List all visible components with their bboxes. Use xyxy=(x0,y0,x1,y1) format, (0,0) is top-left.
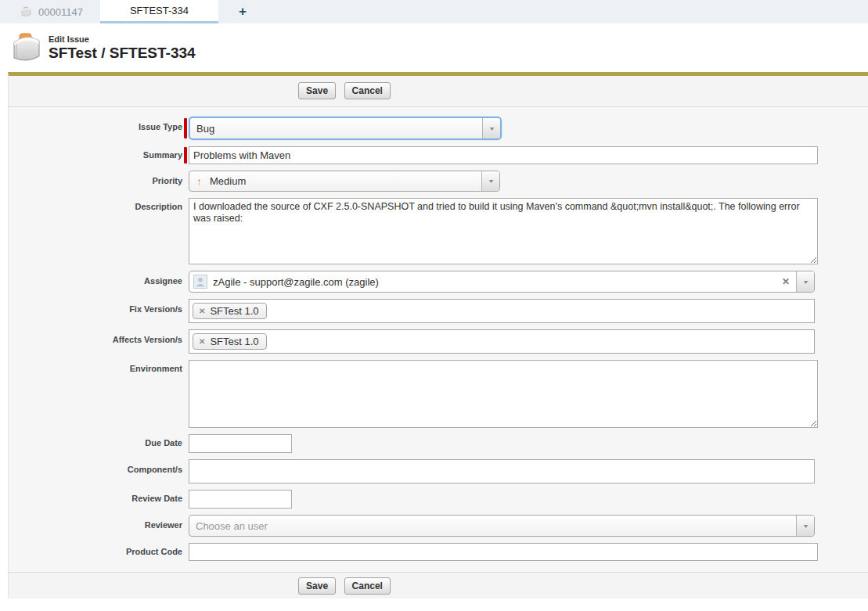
fix-versions-label: Fix Version/s xyxy=(9,299,182,314)
affects-versions-field[interactable]: ✕ SFTest 1.0 xyxy=(189,329,815,354)
issue-icon xyxy=(10,32,43,63)
bottom-button-bar: Save Cancel xyxy=(9,572,868,598)
plus-icon: + xyxy=(239,4,247,20)
reviewer-label: Reviewer xyxy=(9,515,182,530)
save-button-bottom[interactable]: Save xyxy=(298,577,336,595)
reviewer-select[interactable]: Choose an user ▼ xyxy=(189,515,815,537)
edit-issue-form: Issue Type Bug ▼ Summary Priority ↑ Medi… xyxy=(9,107,868,572)
review-date-label: Review Date xyxy=(9,490,182,503)
tab-record-00001147[interactable]: 00001147 xyxy=(0,0,100,23)
description-label: Description xyxy=(9,198,182,211)
field-row-priority: Priority ↑ Medium ▼ xyxy=(9,171,868,192)
reviewer-placeholder: Choose an user xyxy=(189,520,796,532)
issue-type-dropdown-button[interactable]: ▼ xyxy=(482,118,500,138)
affects-versions-label: Affects Version/s xyxy=(9,329,182,344)
chevron-down-icon: ▼ xyxy=(488,126,495,131)
affects-version-chip: ✕ SFTest 1.0 xyxy=(193,333,267,350)
clear-assignee-icon[interactable]: ✕ xyxy=(782,276,790,287)
product-code-input[interactable] xyxy=(189,543,818,561)
remove-chip-icon[interactable]: ✕ xyxy=(199,307,205,315)
case-icon xyxy=(20,6,32,17)
required-indicator xyxy=(184,118,187,138)
cancel-button[interactable]: Cancel xyxy=(344,82,391,99)
edit-issue-panel: Save Cancel Issue Type Bug ▼ Summary Pri… xyxy=(8,72,868,598)
remove-chip-icon[interactable]: ✕ xyxy=(199,337,205,346)
priority-select[interactable]: ↑ Medium ▼ xyxy=(189,171,500,192)
description-textarea[interactable]: I downloaded the source of CXF 2.5.0-SNA… xyxy=(189,198,818,264)
chip-label: SFTest 1.0 xyxy=(210,305,258,317)
priority-up-icon: ↑ xyxy=(189,175,202,188)
components-label: Component/s xyxy=(9,459,182,474)
required-indicator xyxy=(184,147,187,164)
priority-value: Medium xyxy=(210,175,481,187)
issue-type-label: Issue Type xyxy=(9,117,182,131)
field-row-components: Component/s xyxy=(9,459,868,483)
field-row-reviewer: Reviewer Choose an user ▼ xyxy=(9,515,868,537)
field-row-affects-versions: Affects Version/s ✕ SFTest 1.0 xyxy=(9,329,868,354)
add-tab-button[interactable]: + xyxy=(218,0,267,23)
environment-textarea[interactable] xyxy=(189,360,818,428)
product-code-label: Product Code xyxy=(9,543,182,556)
field-row-review-date: Review Date xyxy=(9,490,868,509)
issue-type-value: Bug xyxy=(190,123,482,135)
chevron-down-icon: ▼ xyxy=(487,178,494,184)
field-row-issue-type: Issue Type Bug ▼ xyxy=(9,117,868,140)
chevron-down-icon: ▼ xyxy=(801,279,809,285)
chevron-down-icon: ▼ xyxy=(801,523,809,529)
fix-version-chip: ✕ SFTest 1.0 xyxy=(193,303,267,319)
assignee-dropdown-button[interactable]: ▼ xyxy=(796,271,814,292)
field-row-assignee: Assignee zAgile - support@zagile.com (za… xyxy=(9,271,868,293)
review-date-input[interactable] xyxy=(189,490,292,509)
reviewer-dropdown-button[interactable]: ▼ xyxy=(796,516,814,536)
chip-label: SFTest 1.0 xyxy=(210,336,258,347)
cancel-button-bottom[interactable]: Cancel xyxy=(344,577,391,595)
components-input[interactable] xyxy=(189,459,815,483)
priority-dropdown-button[interactable]: ▼ xyxy=(481,171,499,191)
eyebrow-edit-issue: Edit Issue xyxy=(49,34,196,45)
tab-label: 00001147 xyxy=(38,6,83,18)
summary-label: Summary xyxy=(9,146,182,160)
field-row-due-date: Due Date xyxy=(9,434,868,453)
tab-bar: 00001147 SFTEST-334 + xyxy=(0,0,868,23)
tab-label: SFTEST-334 xyxy=(130,5,189,16)
field-row-description: Description I downloaded the source of C… xyxy=(9,198,868,264)
page-title: SFTest / SFTEST-334 xyxy=(49,45,196,62)
assignee-label: Assignee xyxy=(9,271,182,286)
priority-label: Priority xyxy=(9,171,182,185)
page-header: Edit Issue SFTest / SFTEST-334 xyxy=(0,23,868,72)
field-row-fix-versions: Fix Version/s ✕ SFTest 1.0 xyxy=(9,299,868,323)
user-avatar-icon xyxy=(193,275,207,289)
assignee-value: zAgile - support@zagile.com (zagile) xyxy=(213,276,776,288)
field-row-summary: Summary xyxy=(9,146,868,164)
tab-sftest-334-active[interactable]: SFTEST-334 xyxy=(100,0,218,23)
field-row-environment: Environment xyxy=(9,360,868,428)
due-date-label: Due Date xyxy=(9,434,182,447)
issue-type-select[interactable]: Bug ▼ xyxy=(189,117,502,140)
due-date-input[interactable] xyxy=(189,434,292,453)
field-row-product-code: Product Code xyxy=(9,543,868,561)
summary-input[interactable] xyxy=(189,146,818,164)
top-button-bar: Save Cancel xyxy=(9,76,868,107)
save-button[interactable]: Save xyxy=(298,82,336,99)
header-text: Edit Issue SFTest / SFTEST-334 xyxy=(49,34,196,62)
assignee-select[interactable]: zAgile - support@zagile.com (zagile) ✕ ▼ xyxy=(189,271,815,293)
environment-label: Environment xyxy=(9,360,182,373)
fix-versions-field[interactable]: ✕ SFTest 1.0 xyxy=(189,299,815,323)
